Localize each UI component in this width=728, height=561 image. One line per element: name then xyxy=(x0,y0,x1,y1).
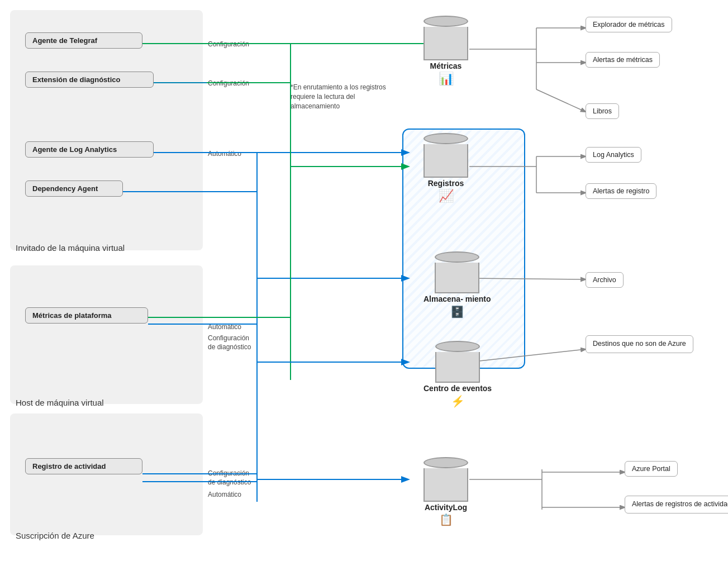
agent-registro-actividad: Registro de actividad xyxy=(25,458,142,474)
datastore-almacenamiento: Almacena- miento 🗄️ xyxy=(424,251,491,318)
line-label-automatico3: Automático xyxy=(208,491,241,498)
dest-archivo: Archivo xyxy=(586,272,624,288)
agent-log-analytics: Agente de Log Analytics xyxy=(25,141,154,158)
dest-alertas-registro: Alertas de registro xyxy=(586,183,656,199)
agent-diagnostico: Extensión de diagnóstico xyxy=(25,72,154,88)
agent-dependency: Dependency Agent xyxy=(25,180,123,197)
agent-metricas-plataforma: Métricas de plataforma xyxy=(25,307,148,324)
diagram-container: Invitado de la máquina virtual Host de m… xyxy=(0,0,728,561)
svg-line-33 xyxy=(536,89,586,112)
datastore-registros: Registros 📈 xyxy=(424,133,468,203)
datastore-activitylog: ActivityLog 📋 xyxy=(424,457,468,526)
subscription-section xyxy=(10,413,203,535)
line-label-config-diag1: Configuraciónde diagnóstico xyxy=(208,334,251,351)
guest-label: Invitado de la máquina virtual xyxy=(16,243,125,253)
dest-log-analytics: Log Analytics xyxy=(586,147,641,163)
host-section xyxy=(10,265,203,404)
line-label-automatico1: Automático xyxy=(208,150,241,158)
note-text: *En enrutamiento a los registros requier… xyxy=(291,83,391,111)
dest-alertas-actividad: Alertas de registros de actividad xyxy=(625,496,728,514)
dest-azure-portal: Azure Portal xyxy=(625,461,678,477)
subscription-label: Suscripción de Azure xyxy=(16,531,94,540)
agent-telegraf: Agente de Telegraf xyxy=(25,32,142,49)
line-label-automatico2: Automático xyxy=(208,323,241,331)
host-label: Host de máquina virtual xyxy=(16,398,104,407)
dest-alertas-metricas: Alertas de métricas xyxy=(586,52,660,68)
dest-libros: Libros xyxy=(586,103,619,119)
line-label-config1: Configuración xyxy=(208,40,249,48)
dest-explorador-metricas: Explorador de métricas xyxy=(586,17,672,32)
datastore-metricas: Métricas 📊 xyxy=(424,16,468,86)
line-label-config2: Configuración xyxy=(208,79,249,87)
dest-destinos-no-azure: Destinos que no son de Azure xyxy=(586,335,693,353)
line-label-config-diag2: Configuraciónde diagnóstico xyxy=(208,469,251,487)
datastore-eventos: Centro de eventos ⚡ xyxy=(424,341,492,408)
